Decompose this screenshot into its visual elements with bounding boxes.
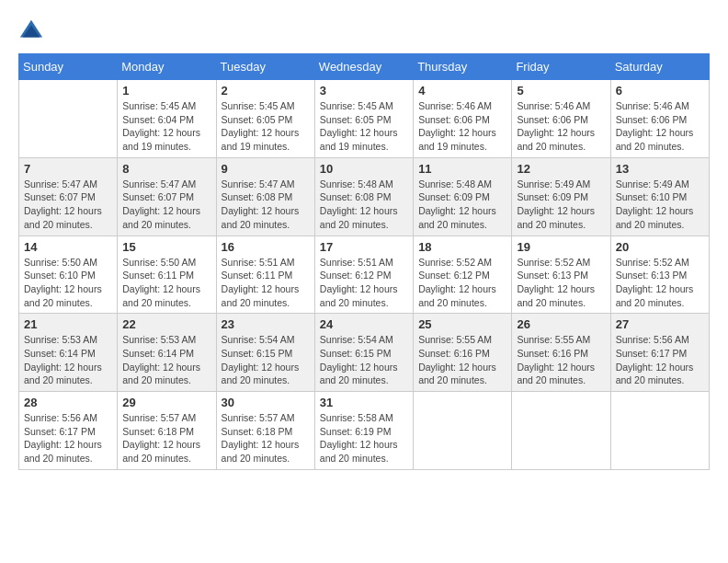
calendar-table: SundayMondayTuesdayWednesdayThursdayFrid… — [18, 53, 710, 470]
day-info: Sunrise: 5:54 AMSunset: 6:15 PMDaylight:… — [320, 333, 408, 387]
header-tuesday: Tuesday — [216, 54, 314, 80]
day-number: 17 — [320, 240, 408, 254]
day-info: Sunrise: 5:52 AMSunset: 6:12 PMDaylight:… — [418, 256, 506, 310]
calendar-cell: 2Sunrise: 5:45 AMSunset: 6:05 PMDaylight… — [216, 80, 314, 158]
calendar-cell: 14Sunrise: 5:50 AMSunset: 6:10 PMDayligh… — [19, 236, 118, 314]
day-number: 4 — [418, 84, 506, 98]
day-number: 22 — [122, 317, 210, 331]
header-wednesday: Wednesday — [314, 54, 413, 80]
day-number: 19 — [517, 240, 605, 254]
day-info: Sunrise: 5:47 AMSunset: 6:07 PMDaylight:… — [122, 178, 210, 232]
day-number: 13 — [616, 162, 704, 176]
header-friday: Friday — [512, 54, 610, 80]
day-info: Sunrise: 5:45 AMSunset: 6:05 PMDaylight:… — [320, 99, 408, 154]
day-info: Sunrise: 5:56 AMSunset: 6:17 PMDaylight:… — [24, 411, 112, 465]
day-info: Sunrise: 5:45 AMSunset: 6:04 PMDaylight:… — [122, 99, 210, 154]
logo — [18, 18, 48, 44]
calendar-cell — [610, 392, 709, 470]
header-saturday: Saturday — [610, 54, 709, 80]
calendar-cell — [414, 392, 512, 470]
day-info: Sunrise: 5:49 AMSunset: 6:09 PMDaylight:… — [517, 178, 605, 232]
calendar-cell: 9Sunrise: 5:47 AMSunset: 6:08 PMDaylight… — [216, 157, 314, 236]
day-info: Sunrise: 5:51 AMSunset: 6:12 PMDaylight:… — [320, 256, 408, 310]
day-info: Sunrise: 5:49 AMSunset: 6:10 PMDaylight:… — [616, 178, 704, 232]
day-number: 14 — [24, 240, 112, 254]
day-number: 12 — [517, 162, 605, 176]
day-number: 25 — [418, 317, 506, 331]
page-header — [18, 18, 710, 44]
day-info: Sunrise: 5:58 AMSunset: 6:19 PMDaylight:… — [320, 411, 408, 465]
calendar-cell: 17Sunrise: 5:51 AMSunset: 6:12 PMDayligh… — [314, 236, 413, 314]
day-info: Sunrise: 5:55 AMSunset: 6:16 PMDaylight:… — [517, 333, 605, 387]
day-number: 5 — [517, 84, 605, 98]
calendar-cell: 6Sunrise: 5:46 AMSunset: 6:06 PMDaylight… — [610, 80, 709, 158]
day-info: Sunrise: 5:48 AMSunset: 6:09 PMDaylight:… — [418, 178, 506, 232]
day-number: 11 — [418, 162, 506, 176]
calendar-cell: 29Sunrise: 5:57 AMSunset: 6:18 PMDayligh… — [118, 392, 216, 470]
calendar-cell: 18Sunrise: 5:52 AMSunset: 6:12 PMDayligh… — [414, 236, 512, 314]
calendar-cell: 12Sunrise: 5:49 AMSunset: 6:09 PMDayligh… — [512, 157, 610, 236]
day-number: 10 — [320, 162, 408, 176]
calendar-cell: 28Sunrise: 5:56 AMSunset: 6:17 PMDayligh… — [19, 392, 118, 470]
day-info: Sunrise: 5:56 AMSunset: 6:17 PMDaylight:… — [616, 333, 704, 387]
calendar-cell: 23Sunrise: 5:54 AMSunset: 6:15 PMDayligh… — [216, 314, 314, 392]
calendar-week-3: 14Sunrise: 5:50 AMSunset: 6:10 PMDayligh… — [19, 236, 710, 314]
header-thursday: Thursday — [414, 54, 512, 80]
day-info: Sunrise: 5:46 AMSunset: 6:06 PMDaylight:… — [418, 99, 506, 154]
calendar-cell: 31Sunrise: 5:58 AMSunset: 6:19 PMDayligh… — [314, 392, 413, 470]
day-info: Sunrise: 5:57 AMSunset: 6:18 PMDaylight:… — [222, 411, 310, 465]
calendar-cell: 4Sunrise: 5:46 AMSunset: 6:06 PMDaylight… — [414, 80, 512, 158]
calendar-cell: 30Sunrise: 5:57 AMSunset: 6:18 PMDayligh… — [216, 392, 314, 470]
day-info: Sunrise: 5:51 AMSunset: 6:11 PMDaylight:… — [222, 256, 310, 310]
day-info: Sunrise: 5:52 AMSunset: 6:13 PMDaylight:… — [616, 256, 704, 310]
calendar-cell: 21Sunrise: 5:53 AMSunset: 6:14 PMDayligh… — [19, 314, 118, 392]
day-info: Sunrise: 5:48 AMSunset: 6:08 PMDaylight:… — [320, 178, 408, 232]
day-number: 31 — [320, 396, 408, 409]
calendar-cell — [512, 392, 610, 470]
day-number: 15 — [122, 240, 210, 254]
day-number: 30 — [222, 396, 310, 409]
day-info: Sunrise: 5:47 AMSunset: 6:08 PMDaylight:… — [222, 178, 310, 232]
day-info: Sunrise: 5:53 AMSunset: 6:14 PMDaylight:… — [122, 333, 210, 387]
calendar-header-row: SundayMondayTuesdayWednesdayThursdayFrid… — [19, 54, 710, 80]
day-number: 27 — [616, 317, 704, 331]
calendar-week-4: 21Sunrise: 5:53 AMSunset: 6:14 PMDayligh… — [19, 314, 710, 392]
calendar-cell: 25Sunrise: 5:55 AMSunset: 6:16 PMDayligh… — [414, 314, 512, 392]
day-info: Sunrise: 5:52 AMSunset: 6:13 PMDaylight:… — [517, 256, 605, 310]
calendar-cell: 22Sunrise: 5:53 AMSunset: 6:14 PMDayligh… — [118, 314, 216, 392]
day-number: 23 — [222, 317, 310, 331]
logo-icon — [18, 18, 44, 44]
day-info: Sunrise: 5:46 AMSunset: 6:06 PMDaylight:… — [517, 99, 605, 154]
day-number: 20 — [616, 240, 704, 254]
day-number: 8 — [122, 162, 210, 176]
calendar-week-2: 7Sunrise: 5:47 AMSunset: 6:07 PMDaylight… — [19, 157, 710, 236]
calendar-week-1: 1Sunrise: 5:45 AMSunset: 6:04 PMDaylight… — [19, 80, 710, 158]
day-info: Sunrise: 5:57 AMSunset: 6:18 PMDaylight:… — [122, 411, 210, 465]
day-number: 1 — [122, 84, 210, 98]
calendar-cell: 7Sunrise: 5:47 AMSunset: 6:07 PMDaylight… — [19, 157, 118, 236]
day-number: 9 — [222, 162, 310, 176]
day-number: 24 — [320, 317, 408, 331]
day-number: 6 — [616, 84, 704, 98]
header-monday: Monday — [118, 54, 216, 80]
calendar-cell: 27Sunrise: 5:56 AMSunset: 6:17 PMDayligh… — [610, 314, 709, 392]
day-info: Sunrise: 5:50 AMSunset: 6:10 PMDaylight:… — [24, 256, 112, 310]
day-number: 7 — [24, 162, 112, 176]
day-number: 29 — [122, 396, 210, 409]
day-number: 28 — [24, 396, 112, 409]
day-number: 21 — [24, 317, 112, 331]
day-number: 16 — [222, 240, 310, 254]
calendar-cell: 19Sunrise: 5:52 AMSunset: 6:13 PMDayligh… — [512, 236, 610, 314]
day-info: Sunrise: 5:50 AMSunset: 6:11 PMDaylight:… — [122, 256, 210, 310]
calendar-cell: 10Sunrise: 5:48 AMSunset: 6:08 PMDayligh… — [314, 157, 413, 236]
calendar-cell: 3Sunrise: 5:45 AMSunset: 6:05 PMDaylight… — [314, 80, 413, 158]
day-number: 3 — [320, 84, 408, 98]
calendar-cell — [19, 80, 118, 158]
calendar-cell: 11Sunrise: 5:48 AMSunset: 6:09 PMDayligh… — [414, 157, 512, 236]
calendar-cell: 24Sunrise: 5:54 AMSunset: 6:15 PMDayligh… — [314, 314, 413, 392]
calendar-cell: 5Sunrise: 5:46 AMSunset: 6:06 PMDaylight… — [512, 80, 610, 158]
day-info: Sunrise: 5:54 AMSunset: 6:15 PMDaylight:… — [222, 333, 310, 387]
day-info: Sunrise: 5:46 AMSunset: 6:06 PMDaylight:… — [616, 99, 704, 154]
day-info: Sunrise: 5:55 AMSunset: 6:16 PMDaylight:… — [418, 333, 506, 387]
calendar-cell: 13Sunrise: 5:49 AMSunset: 6:10 PMDayligh… — [610, 157, 709, 236]
